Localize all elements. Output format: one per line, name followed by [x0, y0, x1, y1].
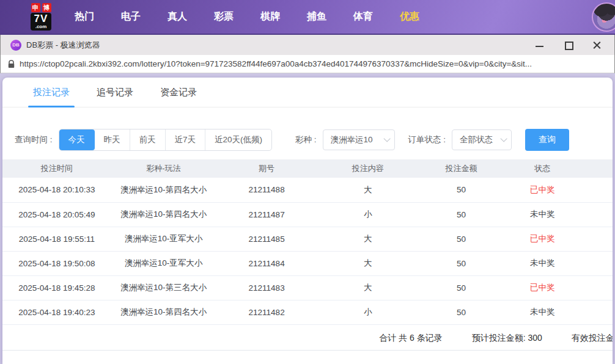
col-spacer: [581, 159, 613, 178]
cell-time: 2025-04-18 20:05:49: [2, 202, 111, 227]
nav-item-promo[interactable]: 优惠: [400, 10, 419, 23]
lottery-type-select[interactable]: 澳洲幸运10: [323, 129, 395, 150]
nav-item-live[interactable]: 真人: [168, 10, 187, 23]
nav-item-sports[interactable]: 体育: [353, 10, 373, 23]
maximize-icon[interactable]: [564, 41, 572, 49]
minimize-icon[interactable]: [536, 41, 543, 49]
cell-time: 2025-04-18 19:55:11: [2, 227, 111, 251]
table-row: 2025-04-18 19:45:28 澳洲幸运10-第三名大小 2121148…: [2, 275, 613, 300]
cell-game: 澳洲幸运10-第四名大小: [111, 300, 216, 324]
bottom-divider: [2, 350, 613, 364]
summary-valid-amount: 有效投注金额: 300: [572, 333, 613, 344]
logo-box: 7V .com: [31, 13, 52, 31]
cell-content: 小: [317, 300, 419, 324]
table-header-row: 投注时间 彩种-玩法 期号 投注内容 投注金额 状态: [2, 159, 613, 178]
cell-issue: 21211482: [216, 300, 317, 324]
col-bet-time: 投注时间: [2, 159, 111, 178]
cell-amount: 50: [419, 275, 504, 300]
cell-amount: 50: [419, 202, 504, 227]
table-row: 2025-04-18 20:10:33 澳洲幸运10-第四名大小 2121148…: [2, 178, 613, 202]
time-range-group: 今天 昨天 前天 近7天 近20天(低频): [59, 129, 273, 151]
table-row: 2025-04-18 20:05:49 澳洲幸运10-第四名大小 2121148…: [2, 202, 613, 227]
url-text[interactable]: https://ctop02pcali.2kbxi392.com/lottery…: [20, 59, 532, 68]
col-game-play: 彩种-玩法: [111, 159, 216, 178]
col-bet-amount: 投注金额: [419, 159, 504, 178]
address-bar[interactable]: https://ctop02pcali.2kbxi392.com/lottery…: [0, 55, 615, 73]
cell-issue: 21211483: [216, 275, 317, 300]
status-badge: 已中奖: [504, 227, 581, 251]
cell-issue: 21211484: [216, 251, 317, 275]
close-icon[interactable]: [593, 41, 601, 49]
cell-content: 大: [317, 227, 419, 251]
time-filter-label: 查询时间 :: [15, 134, 53, 145]
nav-item-cards[interactable]: 棋牌: [260, 10, 280, 23]
table-row: 2025-04-18 19:40:23 澳洲幸运10-第四名大小 2121148…: [2, 300, 613, 324]
lottery-type-value: 澳洲幸运10: [331, 134, 373, 145]
time-option-7days[interactable]: 近7天: [166, 129, 206, 150]
window-title: DB彩票 - 极速浏览器: [26, 40, 536, 51]
filter-bar: 查询时间 : 今天 昨天 前天 近7天 近20天(低频) 彩种 : 澳洲幸运10…: [2, 107, 613, 159]
tab-fund-records[interactable]: 资金记录: [160, 87, 197, 107]
cell-time: 2025-04-18 19:45:28: [2, 275, 111, 300]
status-badge: 未中奖: [504, 300, 581, 324]
cell-time: 2025-04-18 19:50:08: [2, 251, 111, 275]
table-row: 2025-04-18 19:50:08 澳洲幸运10-亚军大小 21211484…: [2, 251, 613, 275]
logo-badge-shen: 申: [31, 3, 40, 12]
cell-game: 澳洲幸运10-亚军大小: [111, 227, 216, 251]
search-button[interactable]: 查询: [525, 129, 569, 151]
cell-game: 澳洲幸运10-亚军大小: [111, 251, 216, 275]
cell-time: 2025-04-18 20:10:33: [2, 178, 111, 202]
cell-amount: 50: [419, 251, 504, 275]
order-status-label: 订单状态 :: [408, 134, 446, 145]
logo-text: 7V: [34, 13, 48, 24]
col-status: 状态: [504, 159, 581, 178]
browser-titlebar: DB DB彩票 - 极速浏览器: [0, 35, 615, 55]
summary-bar: 合计 共 6 条记录 预计投注金额: 300 有效投注金额: 300: [2, 325, 613, 350]
user-avatar[interactable]: [592, 2, 615, 32]
time-option-20days[interactable]: 近20天(低频): [205, 129, 271, 150]
records-panel: 投注记录 追号记录 资金记录 查询时间 : 今天 昨天 前天 近7天 近20天(…: [2, 78, 613, 364]
site-logo[interactable]: 申 博 7V .com: [23, 3, 59, 31]
order-status-select[interactable]: 全部状态: [452, 129, 512, 150]
status-badge: 未中奖: [504, 251, 581, 275]
time-option-yesterday[interactable]: 昨天: [95, 129, 130, 150]
status-badge: 未中奖: [504, 202, 581, 227]
site-topbar: 申 博 7V .com 热门 电子 真人 彩票 棋牌 捕鱼 体育 优惠: [0, 0, 615, 35]
status-badge: 已中奖: [504, 275, 581, 300]
logo-suffix: .com: [34, 24, 48, 29]
cell-issue: 21211488: [216, 178, 317, 202]
cell-content: 小: [317, 202, 419, 227]
nav-item-hot[interactable]: 热门: [75, 10, 94, 23]
cell-amount: 50: [419, 178, 504, 202]
browser-app-icon: DB: [10, 40, 21, 51]
time-option-day-before[interactable]: 前天: [130, 129, 166, 150]
cell-content: 大: [317, 251, 419, 275]
col-bet-content: 投注内容: [317, 159, 419, 178]
cell-game: 澳洲幸运10-第四名大小: [111, 202, 216, 227]
chevron-down-icon: [383, 135, 390, 142]
time-option-today[interactable]: 今天: [59, 129, 95, 150]
cell-issue: 21211485: [216, 227, 317, 251]
cell-time: 2025-04-18 19:40:23: [2, 300, 111, 324]
logo-badges: 申 博: [31, 3, 51, 12]
cell-amount: 50: [419, 300, 504, 324]
lottery-type-label: 彩种 :: [295, 134, 317, 145]
cell-content: 大: [317, 275, 419, 300]
col-issue: 期号: [216, 159, 317, 178]
chevron-down-icon: [501, 135, 507, 142]
cell-content: 大: [317, 178, 419, 202]
nav-item-slots[interactable]: 电子: [121, 10, 141, 23]
cell-amount: 50: [419, 227, 504, 251]
tab-chase-records[interactable]: 追号记录: [97, 87, 133, 107]
summary-total-count: 合计 共 6 条记录: [379, 333, 442, 344]
main-nav: 热门 电子 真人 彩票 棋牌 捕鱼 体育 优惠: [75, 10, 446, 23]
nav-item-fishing[interactable]: 捕鱼: [307, 10, 326, 23]
nav-item-lottery[interactable]: 彩票: [214, 10, 234, 23]
cell-issue: 21211487: [216, 202, 317, 227]
cell-game: 澳洲幸运10-第四名大小: [111, 178, 216, 202]
lock-icon: [8, 60, 15, 68]
window-controls: [536, 41, 605, 49]
logo-badge-bo: 博: [42, 3, 51, 12]
cell-game: 澳洲幸运10-第三名大小: [111, 275, 216, 300]
tab-bet-records[interactable]: 投注记录: [33, 87, 70, 107]
